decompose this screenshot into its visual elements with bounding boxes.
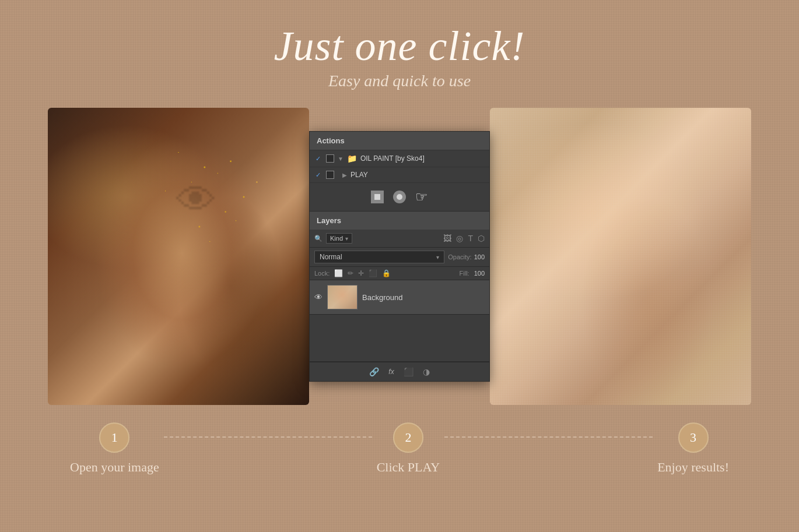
adjust-filter-icon[interactable]: ◎ [456,234,463,243]
step-1: 1 Open your image [70,422,159,475]
step-3-label: Enjoy results! [657,460,729,475]
actions-header: Actions [310,132,489,150]
play-arrow: ▶ [342,172,347,178]
action-controls: ☞ [310,183,489,211]
stop-icon [374,194,380,200]
layer-thumbnail [327,285,358,309]
step-1-circle: 1 [99,422,129,453]
opacity-label: Opacity: [448,253,471,260]
checkmark-icon: ✓ [316,155,323,163]
blend-mode-row: Normal ▾ Opacity: 100 [310,248,489,267]
steps-area: 1 Open your image 2 Click PLAY 3 Enjoy r… [0,422,799,475]
background-layer[interactable]: 👁 Background [310,280,489,315]
expand-arrow: ▼ [338,156,344,162]
step-1-number: 1 [111,430,118,445]
chevron-down-icon: ▾ [345,235,348,242]
glitter-effect [48,108,309,405]
visibility-eye-icon[interactable]: 👁 [314,293,323,302]
header-section: Just one click! Easy and quick to use [0,0,799,102]
checkmark-icon-2: ✓ [316,171,323,179]
lock-move-icon[interactable]: ✛ [358,269,364,277]
mask-icon[interactable]: ◑ [423,367,430,376]
step-1-label: Open your image [70,460,159,475]
action-row-group[interactable]: ✓ ▼ 📁 OIL PAINT [by Sko4] [310,150,489,167]
lock-paint-icon[interactable]: ✏ [348,269,353,277]
lock-transparency-icon[interactable]: ⬜ [334,269,343,277]
step-2-number: 2 [405,430,411,445]
play-cursor-icon[interactable]: ☞ [415,189,428,205]
folder-icon: 📁 [347,154,357,163]
layers-header: Layers [310,212,489,230]
actions-section: Actions ✓ ▼ 📁 OIL PAINT [by Sko4] ✓ ▶ PL… [310,132,489,212]
panel-bottom-controls: 🔗 fx ⬛ ◑ [310,362,489,381]
step-2: 2 Click PLAY [377,422,440,475]
step-3-number: 3 [690,430,696,445]
record-icon [397,194,402,200]
fill-value[interactable]: 100 [474,270,485,277]
action-row-play[interactable]: ✓ ▶ PLAY [310,167,489,183]
step-3: 3 Enjoy results! [657,422,729,475]
step-connector-2 [444,436,653,438]
photoshop-panel: Actions ✓ ▼ 📁 OIL PAINT [by Sko4] ✓ ▶ PL… [309,131,490,382]
layers-filter-row: 🔍 Kind ▾ 🖼 ◎ T ⬡ [310,230,489,248]
blend-mode-dropdown[interactable]: Normal ▾ [314,251,444,263]
blend-chevron-icon: ▾ [436,254,439,260]
lock-all-icon[interactable]: 🔒 [382,269,391,277]
face-overlay [48,108,309,405]
stop-button[interactable] [371,191,384,203]
blend-mode-label: Normal [320,253,342,261]
action-checkbox-2[interactable] [326,171,334,179]
opacity-row: Opacity: 100 [448,253,485,260]
content-area: Actions ✓ ▼ 📁 OIL PAINT [by Sko4] ✓ ▶ PL… [0,108,799,405]
filter-kind-label: Kind [330,235,343,242]
adjustment-icon[interactable]: ⬛ [404,367,413,376]
layers-section: Layers 🔍 Kind ▾ 🖼 ◎ T ⬡ Normal ▾ [310,212,489,362]
step-2-label: Click PLAY [377,460,440,475]
sub-title: Easy and quick to use [0,72,799,90]
main-title: Just one click! [0,23,799,69]
lock-label: Lock: [314,270,330,277]
image-filter-icon[interactable]: 🖼 [443,234,451,243]
layer-name-label: Background [362,293,402,302]
opacity-value[interactable]: 100 [474,253,485,260]
step-connector-1 [164,436,372,438]
filter-tools: 🖼 ◎ T ⬡ [443,234,485,243]
layer-lock-row: Lock: ⬜ ✏ ✛ ⬛ 🔒 Fill: 100 [310,267,489,280]
shape-filter-icon[interactable]: ⬡ [478,234,485,243]
filter-kind-dropdown[interactable]: Kind ▾ [326,233,352,244]
layer-empty-space [310,315,489,361]
before-photo [48,108,309,405]
search-icon: 🔍 [314,235,323,242]
action-play-name: PLAY [351,171,368,179]
after-photo [490,108,751,405]
step-3-circle: 3 [678,422,709,453]
lock-artboard-icon[interactable]: ⬛ [369,269,377,277]
link-icon[interactable]: 🔗 [369,367,379,376]
fill-label: Fill: [460,270,469,277]
step-2-circle: 2 [393,422,423,453]
type-filter-icon[interactable]: T [468,234,473,243]
action-checkbox[interactable] [326,154,334,163]
record-button[interactable] [393,191,406,203]
action-group-name: OIL PAINT [by Sko4] [360,154,425,163]
actions-list: ✓ ▼ 📁 OIL PAINT [by Sko4] ✓ ▶ PLAY [310,150,489,183]
fx-label[interactable]: fx [388,368,394,376]
